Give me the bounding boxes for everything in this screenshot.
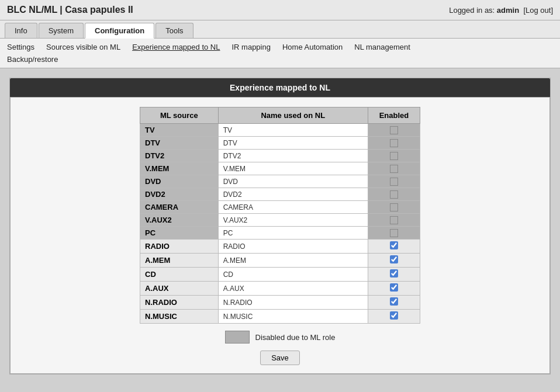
name-input[interactable]	[223, 165, 363, 173]
name-cell[interactable]	[218, 240, 368, 254]
name-cell[interactable]	[218, 282, 368, 296]
tab-info[interactable]: Info	[5, 23, 37, 38]
subtab-experience-mapped[interactable]: Experience mapped to NL	[131, 42, 221, 52]
table-row: CD	[140, 268, 219, 282]
section-title: Experience mapped to NL	[10, 78, 550, 97]
login-info: Logged in as: admin [Log out]	[449, 6, 553, 15]
table-row: DTV	[140, 137, 219, 150]
name-cell[interactable]	[218, 124, 368, 137]
experience-table: ML source Name used on NL Enabled TVDTVD…	[140, 107, 420, 324]
content-area: Experience mapped to NL ML source Name u…	[0, 68, 560, 384]
name-cell[interactable]	[218, 268, 368, 282]
username: admin	[497, 6, 519, 15]
enabled-checkbox[interactable]	[390, 269, 398, 277]
save-button[interactable]: Save	[260, 351, 300, 365]
enabled-cell	[368, 201, 420, 214]
name-cell[interactable]	[218, 175, 368, 188]
subtab-home-automation[interactable]: Home Automation	[281, 42, 344, 52]
enabled-cell	[368, 137, 420, 150]
save-row: Save	[20, 351, 540, 365]
enabled-checkbox[interactable]	[390, 283, 398, 292]
col-header-enabled: Enabled	[368, 107, 420, 124]
name-cell[interactable]	[218, 137, 368, 150]
name-input[interactable]	[223, 229, 363, 237]
enabled-checkbox[interactable]	[390, 297, 398, 306]
enabled-cell	[368, 282, 420, 296]
enabled-checkbox	[390, 139, 398, 147]
name-input[interactable]	[223, 313, 363, 321]
tab-tools[interactable]: Tools	[155, 23, 193, 38]
legend-color-box	[225, 331, 250, 344]
table-row: A.MEM	[140, 254, 219, 268]
enabled-cell	[368, 296, 420, 310]
name-input[interactable]	[223, 299, 363, 307]
table-container: ML source Name used on NL Enabled TVDTVD…	[10, 97, 550, 374]
table-row: TV	[140, 124, 219, 137]
name-cell[interactable]	[218, 150, 368, 162]
name-cell[interactable]	[218, 162, 368, 175]
table-row: DVD2	[140, 188, 219, 201]
enabled-cell	[368, 227, 420, 240]
table-row: PC	[140, 227, 219, 240]
name-input[interactable]	[223, 178, 363, 186]
enabled-checkbox	[390, 190, 398, 199]
tab-system[interactable]: System	[39, 23, 84, 38]
name-input[interactable]	[223, 126, 363, 134]
enabled-cell	[368, 214, 420, 227]
name-input[interactable]	[223, 139, 363, 147]
name-cell[interactable]	[218, 296, 368, 310]
sub-tabs: Settings Sources visible on ML Experienc…	[0, 39, 560, 68]
subtab-sources-visible[interactable]: Sources visible on ML	[45, 42, 122, 52]
table-row: N.MUSIC	[140, 310, 219, 324]
subtab-settings[interactable]: Settings	[6, 42, 36, 52]
enabled-cell	[368, 162, 420, 175]
name-input[interactable]	[223, 242, 363, 251]
name-cell[interactable]	[218, 310, 368, 324]
table-row: RADIO	[140, 240, 219, 254]
table-row: A.AUX	[140, 282, 219, 296]
main-tabs: Info System Configuration Tools	[0, 20, 560, 39]
enabled-checkbox[interactable]	[390, 311, 398, 320]
name-input[interactable]	[223, 203, 363, 211]
name-cell[interactable]	[218, 201, 368, 214]
login-text: Logged in as:	[449, 6, 497, 15]
enabled-checkbox	[390, 203, 398, 211]
table-row: V.MEM	[140, 162, 219, 175]
subtab-backup-restore[interactable]: Backup/restore	[6, 54, 59, 64]
section-container: Experience mapped to NL ML source Name u…	[9, 78, 551, 374]
name-cell[interactable]	[218, 214, 368, 227]
name-input[interactable]	[223, 256, 363, 265]
subtab-ir-mapping[interactable]: IR mapping	[230, 42, 271, 52]
enabled-checkbox[interactable]	[390, 241, 398, 249]
enabled-checkbox	[390, 126, 398, 134]
enabled-checkbox	[390, 152, 398, 160]
enabled-cell	[368, 150, 420, 162]
table-row: V.AUX2	[140, 214, 219, 227]
name-input[interactable]	[223, 270, 363, 279]
logout-link[interactable]: [Log out]	[523, 6, 553, 15]
table-row: N.RADIO	[140, 296, 219, 310]
name-input[interactable]	[223, 216, 363, 224]
enabled-checkbox	[390, 216, 398, 224]
legend-text: Disabled due to ML role	[255, 333, 336, 342]
header: BLC NL/ML | Casa papules II Logged in as…	[0, 0, 560, 20]
table-row: DVD	[140, 175, 219, 188]
enabled-cell	[368, 254, 420, 268]
enabled-cell	[368, 240, 420, 254]
name-input[interactable]	[223, 190, 363, 199]
enabled-cell	[368, 268, 420, 282]
subtab-nl-management[interactable]: NL management	[353, 42, 412, 52]
col-header-ml-source: ML source	[140, 107, 219, 124]
tab-configuration[interactable]: Configuration	[85, 23, 154, 39]
name-cell[interactable]	[218, 254, 368, 268]
enabled-checkbox[interactable]	[390, 255, 398, 263]
name-input[interactable]	[223, 152, 363, 160]
col-header-name: Name used on NL	[218, 107, 368, 124]
name-cell[interactable]	[218, 188, 368, 201]
enabled-cell	[368, 175, 420, 188]
name-cell[interactable]	[218, 227, 368, 240]
name-input[interactable]	[223, 285, 363, 293]
enabled-cell	[368, 124, 420, 137]
table-row: DTV2	[140, 150, 219, 162]
page-title: BLC NL/ML | Casa papules II	[7, 5, 133, 15]
